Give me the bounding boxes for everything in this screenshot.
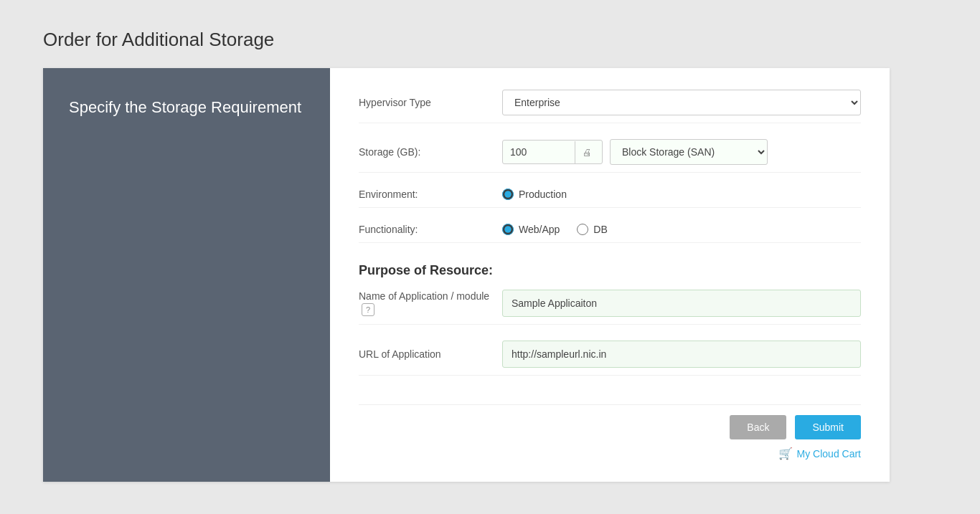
submit-button[interactable]: Submit [795, 415, 861, 439]
environment-control: Production [502, 189, 861, 200]
app-url-input[interactable] [502, 341, 861, 368]
functionality-radio-group: Web/App DB [502, 224, 608, 235]
button-row: Back Submit [359, 404, 861, 439]
hypervisor-label: Hypervisor Type [359, 97, 502, 108]
storage-input-wrap: 🖨 [502, 140, 603, 164]
func-webapp-label: Web/App [519, 224, 560, 235]
environment-label: Environment: [359, 189, 502, 200]
back-button[interactable]: Back [730, 415, 786, 439]
functionality-label: Functionality: [359, 224, 502, 235]
func-db-option[interactable]: DB [577, 224, 607, 235]
func-webapp-radio[interactable] [502, 224, 514, 235]
func-webapp-option[interactable]: Web/App [502, 224, 560, 235]
app-name-input[interactable] [502, 290, 861, 317]
app-url-row: URL of Application [359, 341, 861, 376]
env-production-option[interactable]: Production [502, 189, 567, 200]
app-name-help-icon[interactable]: ? [362, 303, 374, 316]
func-db-label: DB [593, 224, 607, 235]
printer-icon: 🖨 [575, 141, 599, 163]
cart-icon: 🛒 [778, 447, 793, 460]
app-url-label: URL of Application [359, 348, 502, 360]
app-name-label-wrap: Name of Application / module ? [359, 290, 502, 316]
hypervisor-control: Enterprise Standard Basic [502, 90, 861, 115]
form-area: Hypervisor Type Enterprise Standard Basi… [330, 68, 890, 482]
cart-label: My Cloud Cart [797, 448, 861, 460]
hypervisor-select[interactable]: Enterprise Standard Basic [502, 90, 861, 115]
sidebar: Specify the Storage Requirement [43, 68, 330, 482]
app-url-control [502, 341, 861, 368]
func-db-radio[interactable] [577, 224, 588, 235]
main-card: Specify the Storage Requirement Hypervis… [43, 68, 890, 482]
app-name-control [502, 290, 861, 317]
storage-control: 🖨 Block Storage (SAN) Object Storage Fil… [502, 139, 861, 165]
hypervisor-row: Hypervisor Type Enterprise Standard Basi… [359, 90, 861, 123]
app-name-label: Name of Application / module [359, 290, 502, 302]
env-production-label: Production [519, 189, 567, 200]
app-name-row: Name of Application / module ? [359, 290, 861, 325]
sidebar-title: Specify the Storage Requirement [69, 97, 301, 119]
cart-row[interactable]: 🛒 My Cloud Cart [359, 447, 861, 460]
page-title: Order for Additional Storage [43, 29, 274, 51]
storage-row: Storage (GB): 🖨 Block Storage (SAN) Obje… [359, 139, 861, 173]
storage-label: Storage (GB): [359, 146, 502, 158]
storage-input[interactable] [503, 141, 575, 163]
functionality-row: Functionality: Web/App DB [359, 224, 861, 243]
purpose-heading: Purpose of Resource: [359, 263, 861, 278]
environment-row: Environment: Production [359, 189, 861, 208]
functionality-control: Web/App DB [502, 224, 861, 235]
environment-radio-group: Production [502, 189, 567, 200]
storage-type-select[interactable]: Block Storage (SAN) Object Storage File … [610, 139, 768, 165]
env-production-radio[interactable] [502, 189, 514, 200]
